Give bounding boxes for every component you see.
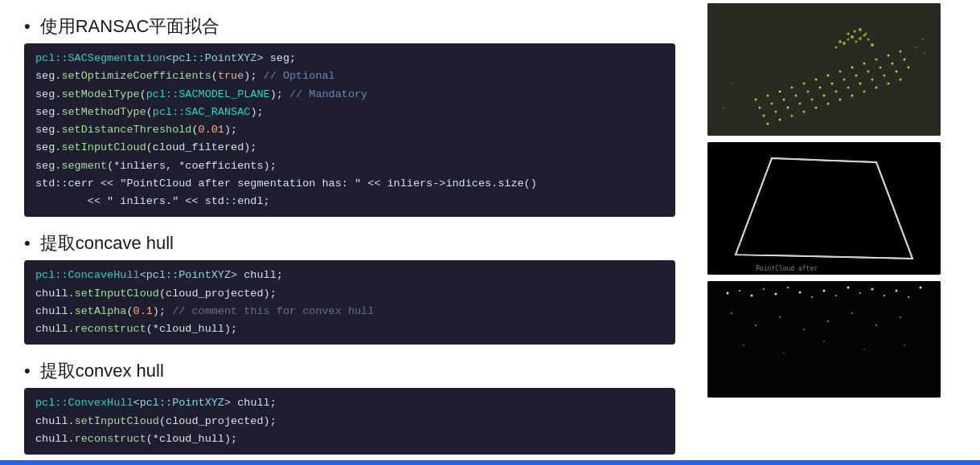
section-ransac-title: • 使用RANSAC平面拟合 <box>24 14 675 39</box>
image-convex <box>707 281 941 398</box>
code-token: . <box>68 323 75 335</box>
svg-point-36 <box>871 79 874 81</box>
svg-point-27 <box>763 115 765 117</box>
code-line: seg.setMethodType(pcl::SAC_RANSAC); <box>35 104 664 121</box>
svg-point-7 <box>827 75 830 77</box>
code-line: seg.setDistanceThreshold(0.01); <box>35 121 664 139</box>
svg-point-58 <box>835 47 838 49</box>
svg-point-46 <box>839 99 842 101</box>
svg-point-104 <box>743 345 744 346</box>
code-token: . <box>68 305 75 317</box>
code-ransac: pcl::SACSegmentation<pcl::PointXYZ> seg;… <box>24 43 675 217</box>
code-token: chull <box>35 433 68 445</box>
code-line: chull.setInputCloud(cloud_projected); <box>35 413 664 430</box>
code-concave: pcl::ConcaveHull<pcl::PointXYZ> chull; c… <box>24 260 675 345</box>
code-token: ( <box>126 305 133 317</box>
code-token: < <box>166 52 172 64</box>
svg-point-24 <box>880 67 882 69</box>
section-concave-title-text: 提取concave hull <box>40 231 174 255</box>
svg-text:PointCloud after: PointCloud after <box>756 265 818 272</box>
code-token: << " inliers." << std::endl; <box>35 195 270 207</box>
svg-point-15 <box>771 103 773 105</box>
code-line: << " inliers." << std::endl; <box>35 193 664 210</box>
code-token: ); <box>244 70 256 82</box>
code-token: ( <box>146 106 153 118</box>
svg-point-91 <box>871 288 874 291</box>
code-token: setMethodType <box>61 106 146 118</box>
code-token: setModelType <box>61 88 139 100</box>
svg-point-67 <box>916 47 917 48</box>
code-token: pcl::ConvexHull <box>35 397 133 409</box>
code-token: > <box>224 397 231 409</box>
code-token: ( <box>140 88 146 100</box>
svg-point-1 <box>755 99 757 101</box>
svg-point-69 <box>723 107 724 108</box>
code-token: . <box>68 415 75 427</box>
svg-point-37 <box>884 75 886 77</box>
code-token: (*cloud_hull); <box>146 433 237 445</box>
code-token: ); <box>250 106 263 118</box>
code-token: reconstruct <box>75 433 146 445</box>
svg-point-2 <box>767 95 769 97</box>
svg-point-17 <box>795 95 798 97</box>
code-token: seg <box>35 160 55 172</box>
code-token: ); <box>153 305 166 317</box>
svg-point-56 <box>859 37 862 40</box>
svg-point-103 <box>900 316 901 318</box>
svg-point-26 <box>904 59 906 61</box>
svg-point-105 <box>783 353 785 354</box>
svg-point-79 <box>727 292 729 295</box>
svg-point-101 <box>851 312 853 314</box>
code-token: (cloud_projected); <box>159 288 277 300</box>
code-token: chull; <box>231 397 277 409</box>
svg-point-82 <box>763 288 765 290</box>
code-token: seg; <box>264 52 297 64</box>
svg-point-94 <box>908 296 909 298</box>
svg-point-107 <box>863 349 865 350</box>
code-token: . <box>68 288 75 300</box>
code-token: ); <box>270 88 283 100</box>
code-token: ); <box>224 124 237 136</box>
code-token: > <box>256 52 263 64</box>
code-token: seg <box>35 88 55 100</box>
right-panel: PointCloud after <box>699 0 980 465</box>
section-convex: • 提取convex hull pcl::ConvexHull<pcl::Poi… <box>24 359 675 455</box>
svg-point-38 <box>896 71 898 73</box>
svg-point-32 <box>823 95 826 97</box>
svg-point-97 <box>755 324 757 326</box>
code-token: setInputCloud <box>75 288 159 300</box>
svg-point-42 <box>791 115 793 117</box>
code-token: // comment this for convex hull <box>166 305 374 317</box>
image-pointcloud <box>707 3 941 136</box>
code-token: seg <box>35 141 55 153</box>
svg-point-50 <box>888 83 890 85</box>
bullet-concave: • <box>24 233 31 254</box>
svg-point-65 <box>865 33 867 35</box>
svg-point-18 <box>807 91 810 93</box>
svg-point-31 <box>811 99 814 101</box>
code-token: 0.1 <box>133 305 153 317</box>
code-token: pcl::PointXYZ <box>140 397 224 409</box>
code-token: ( <box>211 70 218 82</box>
svg-point-22 <box>855 75 858 77</box>
code-line: seg.setOptimizeCoefficients(true); // Op… <box>35 67 664 85</box>
svg-point-21 <box>843 79 846 81</box>
svg-point-41 <box>779 119 781 121</box>
code-line: pcl::ConvexHull<pcl::PointXYZ> chull; <box>35 394 664 412</box>
code-line: pcl::ConcaveHull<pcl::PointXYZ> chull; <box>35 267 664 284</box>
section-ransac: • 使用RANSAC平面拟合 pcl::SACSegmentation<pcl:… <box>24 14 675 217</box>
code-token: (*cloud_hull); <box>146 323 237 335</box>
svg-point-88 <box>835 295 837 296</box>
svg-point-48 <box>863 91 866 93</box>
code-token: setInputCloud <box>75 415 159 427</box>
svg-point-84 <box>787 287 789 288</box>
svg-point-25 <box>892 63 894 65</box>
code-token: std::cerr << "PointCloud after segmentat… <box>35 177 537 190</box>
svg-point-28 <box>775 111 777 113</box>
svg-point-33 <box>835 91 838 93</box>
svg-point-14 <box>759 107 761 109</box>
code-token: seg <box>35 70 55 82</box>
code-token: pcl::PointXYZ <box>146 269 231 281</box>
code-token: // Optional <box>256 70 334 82</box>
svg-point-47 <box>851 95 854 97</box>
